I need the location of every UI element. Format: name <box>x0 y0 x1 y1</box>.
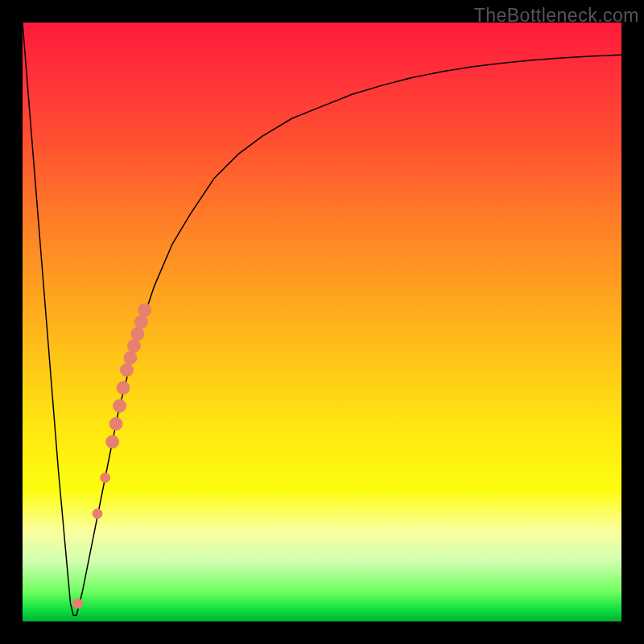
marker-dot <box>72 599 82 609</box>
marker-dot <box>127 340 140 353</box>
marker-dot <box>138 303 151 316</box>
marker-dot <box>131 328 144 341</box>
chart-container: TheBottleneck.com <box>0 0 644 644</box>
plot-area <box>23 23 621 621</box>
marker-dot <box>114 399 126 412</box>
bottleneck-curve <box>23 23 621 616</box>
marker-dot <box>117 382 130 394</box>
markers-group <box>72 303 151 609</box>
chart-svg <box>23 23 621 621</box>
marker-dot <box>109 417 122 430</box>
marker-dot <box>101 473 110 482</box>
marker-dot <box>93 509 102 518</box>
marker-dot <box>124 352 137 365</box>
marker-dot <box>120 364 133 377</box>
watermark-label: TheBottleneck.com <box>474 5 639 27</box>
marker-dot <box>106 436 119 448</box>
marker-dot <box>134 316 147 328</box>
